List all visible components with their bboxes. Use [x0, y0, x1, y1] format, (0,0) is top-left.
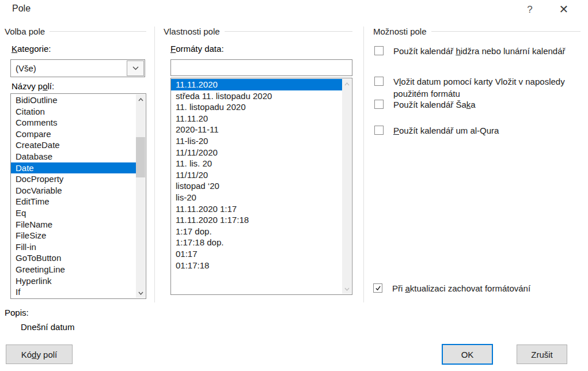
kategorie-label: Kategorie:	[12, 44, 51, 54]
checkbox-box[interactable]	[374, 46, 384, 55]
list-item[interactable]: FileSize	[11, 230, 136, 241]
list-item[interactable]: 11/11/2020	[171, 147, 342, 158]
scroll-up-icon[interactable]	[136, 94, 145, 104]
list-item[interactable]: 11.11.20	[171, 113, 342, 124]
scrollbar-disabled	[342, 79, 351, 294]
group-label: Volba pole	[5, 26, 45, 36]
group-rule	[50, 31, 146, 32]
date-formats-rows: 11.11.2020středa 11. listopadu 202011. l…	[171, 79, 342, 271]
formaty-data-label: Formáty data:	[170, 44, 224, 54]
field-codes-button-label: Kódy polí	[21, 350, 58, 359]
list-item[interactable]: If	[11, 286, 136, 298]
checkbox-hijri-calendar[interactable]: Použít kalendář hidžra nebo lunární kale…	[374, 45, 582, 57]
group-rule	[431, 31, 581, 32]
combobox-dropdown-button[interactable]	[127, 60, 144, 76]
list-item[interactable]: 11.11.2020	[171, 79, 342, 90]
list-item[interactable]: 11/11/20	[171, 169, 342, 181]
scrollbar-thumb[interactable]	[136, 137, 145, 177]
kategorie-combobox-value: (Vše)	[11, 63, 126, 73]
date-formats-listbox[interactable]: 11.11.2020středa 11. listopadu 202011. l…	[170, 78, 352, 295]
nazvy-poli-label: Názvy polí:	[12, 81, 54, 91]
field-codes-button[interactable]: Kódy polí	[6, 344, 73, 364]
list-item[interactable]: 11. listopadu 2020	[171, 101, 342, 113]
list-item[interactable]: Eq	[11, 207, 136, 219]
kategorie-combobox[interactable]: (Vše)	[10, 59, 145, 77]
checkbox-label: Při aktualizaci zachovat formátování	[392, 282, 530, 294]
format-input[interactable]	[170, 59, 352, 76]
list-item[interactable]: 11-lis-20	[171, 135, 342, 147]
list-item[interactable]: DocVariable	[11, 185, 136, 196]
list-item[interactable]: 11. lis. 20	[171, 158, 342, 169]
checkbox-preserve-formatting[interactable]: Při aktualizaci zachovat formátování	[373, 282, 581, 294]
group-moznosti-pole: Možnosti pole	[373, 26, 581, 36]
cancel-button-label: Zrušit	[531, 350, 553, 359]
group-volba-pole: Volba pole	[5, 26, 146, 36]
group-rule	[225, 31, 352, 32]
checkbox-label: Použít kalendář um al-Qura	[393, 124, 499, 137]
list-item[interactable]: Fill-in	[11, 241, 136, 253]
group-label: Možnosti pole	[373, 26, 427, 36]
chevron-down-icon	[132, 66, 139, 70]
list-item[interactable]: středa 11. listopadu 2020	[171, 90, 342, 102]
list-item[interactable]: CreateDate	[11, 139, 136, 151]
checkbox-box[interactable]	[374, 77, 384, 86]
list-item[interactable]: Citation	[11, 106, 136, 118]
checkbox-label: Použít kalendář hidžra nebo lunární kale…	[393, 45, 566, 57]
scrollbar[interactable]	[136, 94, 145, 298]
close-icon[interactable]: ✕	[554, 2, 574, 16]
scroll-down-icon[interactable]	[136, 288, 145, 298]
popis-label: Popis:	[5, 308, 29, 317]
list-item[interactable]: GreetingLine	[11, 264, 136, 275]
checkbox-box[interactable]	[374, 100, 384, 109]
dialog-title: Pole	[12, 3, 31, 14]
popis-value: Dnešní datum	[21, 322, 74, 332]
list-item[interactable]: 1:17:18 dop.	[171, 237, 342, 248]
list-item[interactable]: 11.11.2020 1:17:18	[171, 214, 342, 226]
list-item[interactable]: 01:17:18	[171, 260, 342, 271]
cancel-button[interactable]: Zrušit	[517, 344, 567, 364]
group-label: Vlastnosti pole	[164, 26, 220, 36]
list-item[interactable]: 11.11.2020 1:17	[171, 203, 342, 215]
list-item[interactable]: FileName	[11, 219, 136, 230]
column-separator	[363, 26, 364, 302]
list-item[interactable]: GoToButton	[11, 252, 136, 264]
list-item[interactable]: Database	[11, 151, 136, 162]
list-item[interactable]: Date	[11, 162, 136, 174]
ok-button[interactable]: OK	[442, 344, 493, 365]
list-item[interactable]: BidiOutline	[11, 94, 136, 106]
help-icon[interactable]: ?	[521, 4, 538, 16]
checkbox-um-al-qura-calendar[interactable]: Použít kalendář um al-Qura	[374, 124, 582, 137]
list-item[interactable]: lis-20	[171, 192, 342, 203]
checkbox-label: Použít kalendář Šaka	[393, 99, 476, 111]
field-names-listbox[interactable]: BidiOutlineCitationCommentsCompareCreate…	[10, 93, 146, 299]
list-item[interactable]: Comments	[11, 117, 136, 128]
column-separator	[154, 26, 155, 302]
ok-button-label: OK	[461, 350, 474, 359]
group-vlastnosti-pole: Vlastnosti pole	[164, 26, 352, 36]
check-icon	[375, 285, 381, 291]
checkbox-box[interactable]	[374, 126, 384, 135]
field-names-rows: BidiOutlineCitationCommentsCompareCreate…	[11, 94, 136, 298]
checkbox-box[interactable]	[373, 283, 382, 293]
checkbox-insert-date-last-format[interactable]: Vložit datum pomocí karty Vložit v napos…	[374, 75, 575, 100]
list-item[interactable]: 01:17	[171, 248, 342, 260]
scroll-up-icon	[342, 79, 351, 89]
list-item[interactable]: DocProperty	[11, 173, 136, 185]
list-item[interactable]: EditTime	[11, 196, 136, 207]
checkbox-saka-calendar[interactable]: Použít kalendář Šaka	[374, 99, 582, 111]
list-item[interactable]: Hyperlink	[11, 275, 136, 287]
list-item[interactable]: 1:17 dop.	[171, 226, 342, 237]
list-item[interactable]: Compare	[11, 128, 136, 140]
list-item[interactable]: 2020-11-11	[171, 124, 342, 135]
checkbox-label: Vložit datum pomocí karty Vložit v napos…	[393, 75, 575, 100]
scroll-down-icon	[342, 284, 351, 294]
list-item[interactable]: listopad ‘20	[171, 180, 342, 192]
